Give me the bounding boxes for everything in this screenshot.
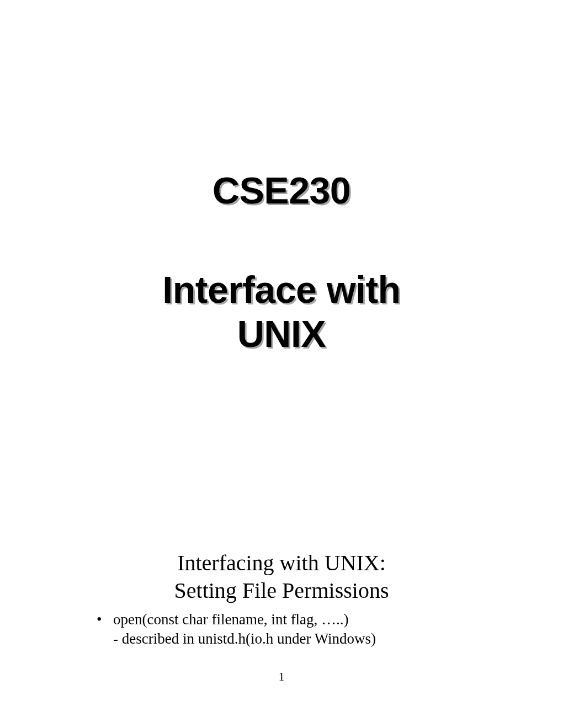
bullet-text: open(const char filename, int flag, …..): [113, 611, 349, 628]
page-number: 1: [0, 670, 563, 684]
subtitle-line-1: Interface with: [0, 267, 563, 312]
content-section: Interfacing with UNIX: Setting File Perm…: [0, 549, 563, 649]
slide-page: CSE230 Interface with UNIX Interfacing w…: [0, 0, 563, 728]
subtitle-group: Interface with UNIX: [0, 267, 563, 356]
section-heading-line-1: Interfacing with UNIX:: [0, 549, 563, 577]
section-heading-line-2: Setting File Permissions: [0, 577, 563, 604]
course-code-title: CSE230: [0, 168, 563, 212]
bullet-subtext: - described in unistd.h(io.h under Windo…: [113, 629, 497, 649]
bullet-list: open(const char filename, int flag, …..)…: [0, 610, 563, 649]
title-block: CSE230 Interface with UNIX: [0, 168, 563, 356]
list-item: open(const char filename, int flag, …..)…: [97, 610, 497, 649]
subtitle-line-2: UNIX: [0, 312, 563, 356]
